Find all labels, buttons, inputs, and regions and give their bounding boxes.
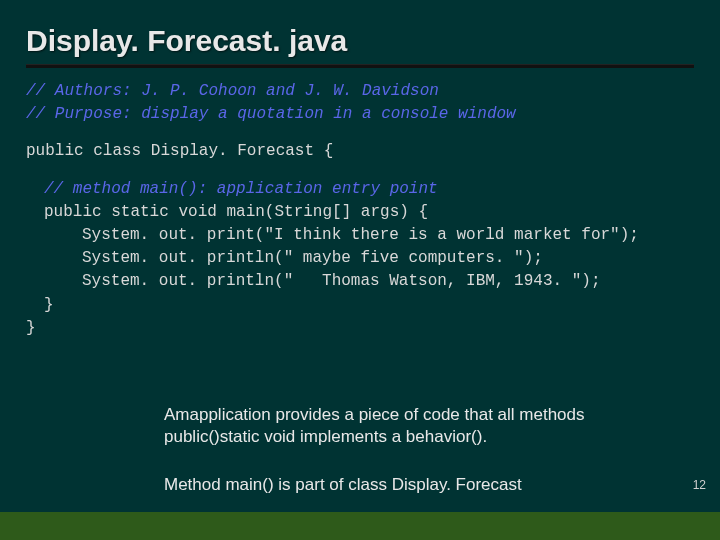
comment-purpose: // Purpose: display a quotation in a con…	[26, 103, 694, 126]
stmt-2: System. out. println(" maybe five comput…	[26, 247, 694, 270]
page-title: Display. Forecast. java	[26, 24, 694, 58]
overlay-line-1b: public()static void implements a behavio…	[164, 426, 684, 448]
explanation-overlay: Amapplication provides a piece of code t…	[164, 404, 684, 496]
slide: Display. Forecast. java // Authors: J. P…	[0, 0, 720, 540]
comment-main: // method main(): application entry poin…	[26, 178, 694, 201]
footer-strip	[0, 512, 720, 540]
stmt-1: System. out. print("I think there is a w…	[26, 224, 694, 247]
close-main: }	[26, 294, 694, 317]
code-block: // Authors: J. P. Cohoon and J. W. David…	[26, 80, 694, 340]
stmt-3: System. out. println(" Thomas Watson, IB…	[26, 270, 694, 293]
page-number: 12	[693, 478, 706, 492]
class-declaration: public class Display. Forecast {	[26, 140, 694, 163]
overlay-line-2: Method main() is part of class Display. …	[164, 474, 684, 496]
overlay-line-1: Amapplication provides a piece of code t…	[164, 404, 684, 426]
close-class: }	[26, 317, 694, 340]
main-signature: public static void main(String[] args) {	[26, 201, 694, 224]
comment-authors: // Authors: J. P. Cohoon and J. W. David…	[26, 80, 694, 103]
divider	[26, 64, 694, 68]
